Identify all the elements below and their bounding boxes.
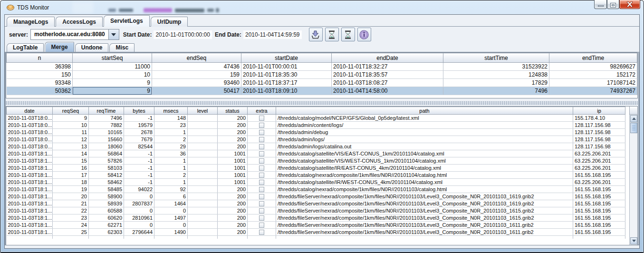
extra-checkbox[interactable]	[259, 116, 264, 121]
column-header-reqTime[interactable]: reqTime	[89, 107, 124, 115]
extra-checkbox[interactable]	[259, 215, 264, 221]
table-row[interactable]: 2010-11-03T18:1...205890006200/thredds/f…	[7, 193, 625, 200]
end-date-label: End Date:	[215, 31, 241, 38]
subtab-merge[interactable]: Merge	[45, 42, 74, 52]
column-header-endDate[interactable]: endDate	[332, 53, 443, 63]
cell-msecs: 1464	[154, 200, 188, 207]
table-row[interactable]: 2010-11-03T18:1...19584859402292200/thre…	[7, 186, 625, 193]
table-row[interactable]: 2010-11-03T18:1...226058800200/thredds/f…	[7, 207, 625, 214]
table-row[interactable]: 2010-11-03T18:0...111016526781200/thredd…	[7, 129, 625, 136]
extra-checkbox[interactable]	[259, 144, 264, 149]
table-row[interactable]: 2010-11-03T18:1...256230327966441490200/…	[7, 229, 625, 236]
column-header-startSeq[interactable]: startSeq	[73, 53, 152, 63]
cell-status: 1001	[218, 172, 248, 179]
table-row[interactable]: 2010-11-03T18:0...121566076792200/thredd…	[7, 136, 625, 143]
cell-extra	[248, 115, 276, 122]
restore-button[interactable]	[607, 0, 619, 9]
extra-checkbox[interactable]	[259, 137, 264, 142]
collect-download-icon	[311, 30, 320, 39]
cell-status: 200	[218, 143, 248, 150]
table-row[interactable]: 933489934602010-11-01T18:37:172010-11-03…	[7, 79, 637, 87]
extra-checkbox[interactable]	[259, 130, 264, 135]
table-row[interactable]: 2010-11-03T18:0...97496-1148200/thredds/…	[7, 115, 625, 122]
collect-logs-button[interactable]	[309, 28, 323, 41]
server-combobox[interactable]: motherlode.ucar.edu:8080	[30, 29, 119, 40]
cell-reqSeq: 15	[53, 157, 89, 165]
column-header-status[interactable]: status	[218, 107, 248, 115]
column-header-msecs[interactable]: msecs	[154, 107, 188, 115]
start-date-field[interactable]: 2010-11-01T00:00:00	[154, 30, 212, 39]
extra-checkbox[interactable]	[259, 173, 264, 178]
cell-extra	[248, 229, 276, 236]
subtab-misc[interactable]: Misc	[109, 43, 135, 52]
extra-checkbox[interactable]	[259, 151, 264, 156]
cell-level	[188, 214, 218, 222]
table-row[interactable]: 2010-11-03T18:1...1658103-111001/thredds…	[7, 165, 625, 172]
cell-date: 2010-11-03T18:0...	[7, 115, 53, 122]
cell-endSeq: 159	[152, 71, 241, 79]
cell-reqTime: 58462	[89, 179, 124, 186]
column-header-extra[interactable]: extra	[248, 107, 276, 115]
cell-date: 2010-11-03T18:1...	[7, 214, 53, 222]
table-row[interactable]: 2010-11-03T18:1...215893928078371464200/…	[7, 200, 625, 207]
column-header-endTime[interactable]: endTime	[549, 53, 637, 63]
cell-level	[188, 200, 218, 207]
scroll-up-button[interactable]	[630, 115, 637, 122]
tab-urldump[interactable]: UrlDump	[151, 17, 188, 27]
cell-level	[188, 136, 218, 143]
minimize-button[interactable]	[594, 0, 607, 9]
tab-managelogs[interactable]: ManageLogs	[7, 17, 55, 27]
table-row[interactable]: 2010-11-03T18:0...13180608254429200/thre…	[7, 143, 625, 150]
column-header-level[interactable]: level	[188, 107, 218, 115]
reset-times-button-2[interactable]	[341, 28, 355, 41]
column-header-ip[interactable]: ip	[573, 107, 625, 115]
table-row[interactable]: 2010-11-03T18:1...1557826-111001/thredds…	[7, 157, 625, 165]
table-row[interactable]: 2010-11-03T18:1...1758412-121001/thredds…	[7, 172, 625, 179]
extra-checkbox[interactable]	[259, 201, 264, 206]
table-row[interactable]: 2010-11-03T18:1...1456864-1361001/thredd…	[7, 150, 625, 157]
column-header-startTime[interactable]: startTime	[443, 53, 549, 63]
titlebar[interactable]: TDS Monitor	[1, 0, 643, 14]
reset-times-button[interactable]	[325, 28, 339, 41]
cell-path: /thredds/fileServer/nexrad/composite/1km…	[276, 200, 573, 207]
end-date-field[interactable]: 2010-11-04T14:59:59	[243, 30, 302, 39]
extra-checkbox[interactable]	[259, 208, 264, 214]
column-header-startDate[interactable]: startDate	[241, 53, 332, 63]
extra-checkbox[interactable]	[259, 187, 264, 192]
extra-checkbox[interactable]	[259, 194, 264, 199]
extra-checkbox[interactable]	[259, 123, 264, 128]
column-header-n[interactable]: n	[7, 53, 73, 63]
split-divider[interactable]	[6, 101, 638, 105]
hourglass-icon	[327, 30, 336, 39]
extra-checkbox[interactable]	[259, 165, 264, 171]
column-header-path[interactable]: path	[276, 107, 573, 115]
column-header-reqSeq[interactable]: reqSeq	[53, 107, 89, 115]
scroll-down-button[interactable]	[630, 237, 637, 244]
table-row[interactable]: 150101592010-11-01T18:35:302010-11-01T18…	[7, 71, 637, 79]
table-row[interactable]: 3639811000474362010-11-01T00:00:012010-1…	[7, 63, 637, 71]
subtab-logtable[interactable]: LogTable	[7, 43, 44, 52]
table-row[interactable]: 2010-11-03T18:1...246227100200/thredds/f…	[7, 222, 625, 229]
extra-checkbox[interactable]	[259, 230, 264, 235]
extra-checkbox[interactable]	[259, 158, 264, 164]
table-row[interactable]: 503629504172010-11-03T18:09:102010-11-04…	[7, 87, 637, 95]
table-row[interactable]: 2010-11-03T18:1...236062028109611497200/…	[7, 214, 625, 222]
cell-path: /thredds/fileServer/nexrad/composite/1km…	[276, 214, 573, 222]
vertical-scrollbar[interactable]	[629, 115, 637, 245]
info-button[interactable]	[357, 28, 371, 41]
tab-servletlogs[interactable]: ServletLogs	[104, 15, 150, 27]
column-header-bytes[interactable]: bytes	[124, 107, 154, 115]
column-header-endSeq[interactable]: endSeq	[152, 53, 241, 63]
table-row[interactable]: 2010-11-03T18:0...1078821957923200/thred…	[7, 122, 625, 129]
cell-path: /thredds/catalog/satellite/IR/WEST-CONUS…	[276, 179, 573, 186]
extra-checkbox[interactable]	[259, 180, 264, 185]
scrollbar-thumb[interactable]	[630, 123, 637, 133]
close-button[interactable]	[619, 0, 640, 9]
column-header-date[interactable]: date	[7, 107, 53, 115]
combobox-dropdown-button[interactable]	[108, 29, 119, 40]
subtab-undone[interactable]: Undone	[75, 43, 109, 52]
table-row[interactable]: 2010-11-03T18:1...1858462-111001/thredds…	[7, 179, 625, 186]
cell-ip: 161.55.168.195	[573, 207, 625, 214]
extra-checkbox[interactable]	[259, 223, 264, 228]
tab-accesslogs[interactable]: AccessLogs	[56, 17, 103, 27]
